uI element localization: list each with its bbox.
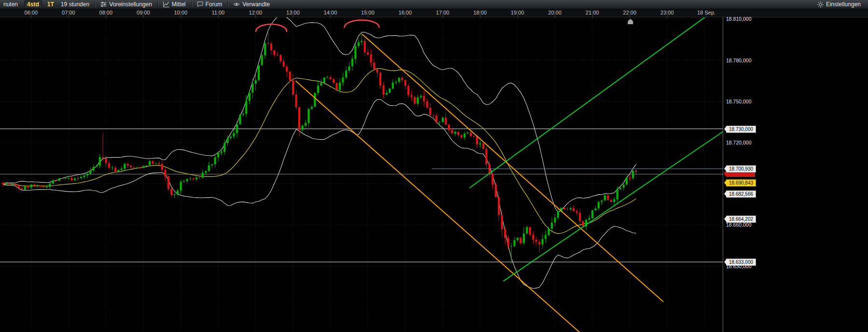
toolbar-item-nuten[interactable]: nuten [0, 0, 21, 9]
candle-body [414, 97, 416, 104]
candle-body [49, 184, 51, 187]
candle-body [348, 66, 350, 71]
candle-body [616, 189, 618, 200]
candle-body [426, 101, 428, 108]
candle-body [573, 208, 574, 211]
forum-icon [197, 1, 203, 7]
candle-body [283, 61, 285, 67]
price-axis-label: 18.720,000 [726, 140, 752, 145]
time-tick [255, 15, 256, 17]
time-label: 18:00 [474, 10, 487, 15]
candle-body [152, 161, 154, 164]
candle-body [526, 227, 528, 233]
toolbar-separator [227, 1, 228, 7]
toolbar-item-label: 4std [27, 1, 39, 8]
time-tick [143, 15, 144, 17]
sliders-icon [100, 1, 107, 7]
toolbar-item-4std[interactable]: 4std [24, 0, 42, 8]
bollinger-lower-band [3, 100, 636, 289]
price-axis[interactable]: 18.810,00018.780,00018.750,00018.720,000… [723, 17, 868, 332]
candle-body [196, 177, 197, 179]
candle-body [149, 161, 151, 165]
time-tick [706, 15, 707, 17]
candle-body [202, 173, 204, 177]
time-label: 15:00 [361, 10, 375, 15]
time-label: 07:00 [62, 10, 75, 15]
toolbar-item-mittel[interactable]: Mittel [160, 0, 189, 9]
toolbar-item-19-stunden[interactable]: 19 stunden [57, 0, 93, 9]
toolbar-item-forum[interactable]: Forum [194, 0, 226, 9]
price-tag-label: 18.633,000 [729, 260, 753, 265]
candle-body [239, 115, 241, 124]
candle-body [40, 186, 42, 187]
candle-body [545, 235, 546, 239]
price-tag-label: 18.690,843 [729, 180, 753, 186]
candle-body [21, 188, 23, 190]
price-tag-18-633-000: 18.633,000 [726, 259, 756, 266]
candle-body [517, 238, 518, 240]
candle-body [68, 178, 70, 178]
candle-body [317, 86, 319, 93]
candle-body [273, 50, 275, 55]
time-label: 16:00 [399, 10, 412, 15]
candle-body [405, 80, 406, 86]
bollinger-upper-band [3, 17, 636, 212]
time-tick [443, 15, 443, 17]
time-label: 14:00 [324, 10, 337, 15]
toolbar-item-voreinstellungen[interactable]: Voreinstellungen [97, 0, 155, 9]
candle-body [14, 185, 16, 186]
candle-body [448, 125, 450, 130]
candle-body [133, 167, 135, 168]
candle-body [277, 55, 279, 55]
candle-body [495, 185, 497, 197]
candle-body [214, 158, 216, 164]
candle-body [270, 43, 272, 50]
candle-body [473, 136, 475, 137]
toolbar-separator [157, 1, 158, 7]
toolbar-item-einstellungen[interactable]: Einstellungen [814, 0, 864, 9]
candle-body [361, 41, 363, 42]
candle-body [570, 208, 572, 210]
time-tick [368, 15, 368, 17]
price-axis-label: 18.810,000 [726, 16, 752, 22]
time-tick [293, 15, 294, 17]
toolbar-item-label: Mittel [172, 1, 186, 8]
candle-body [24, 187, 26, 190]
candle-body [320, 83, 322, 86]
candle-body [423, 96, 425, 101]
candle-body [604, 195, 606, 200]
price-tag-label: 18.700,930 [729, 166, 753, 172]
candle-body [245, 101, 247, 114]
candle-body [529, 227, 531, 235]
candle-body [198, 177, 200, 178]
toolbar-item-label: Voreinstellungen [109, 1, 152, 8]
time-tick [480, 15, 480, 17]
time-tick [405, 15, 406, 17]
candle-body [314, 93, 316, 107]
time-label: 22:00 [623, 10, 637, 15]
candle-body [476, 137, 478, 144]
candle-body [170, 189, 172, 195]
candle-body [379, 72, 381, 86]
candle-body [607, 195, 609, 200]
candle-body [507, 238, 509, 246]
candle-body [298, 107, 300, 130]
candle-body [482, 144, 484, 149]
candle-body [161, 164, 163, 170]
time-label: 17:00 [436, 10, 449, 15]
time-tick [181, 15, 181, 17]
toolbar-item-1t[interactable]: 1T [44, 0, 57, 9]
candle-body [136, 168, 138, 168]
toolbar-left-group: nuten4std1T19 stundenVoreinstellungenMit… [0, 0, 273, 9]
price-chart[interactable] [0, 17, 723, 332]
candle-body [83, 175, 85, 177]
candle-body [124, 164, 126, 169]
time-label: 18 Sep. [697, 10, 715, 15]
candle-body [33, 185, 35, 186]
candle-body [354, 46, 356, 59]
candle-body [61, 178, 63, 179]
toolbar-item-verwandte[interactable]: Verwandte [230, 0, 273, 9]
candle-body [168, 176, 169, 189]
up-channel-line-1 [470, 17, 723, 188]
candle-body [498, 197, 500, 215]
